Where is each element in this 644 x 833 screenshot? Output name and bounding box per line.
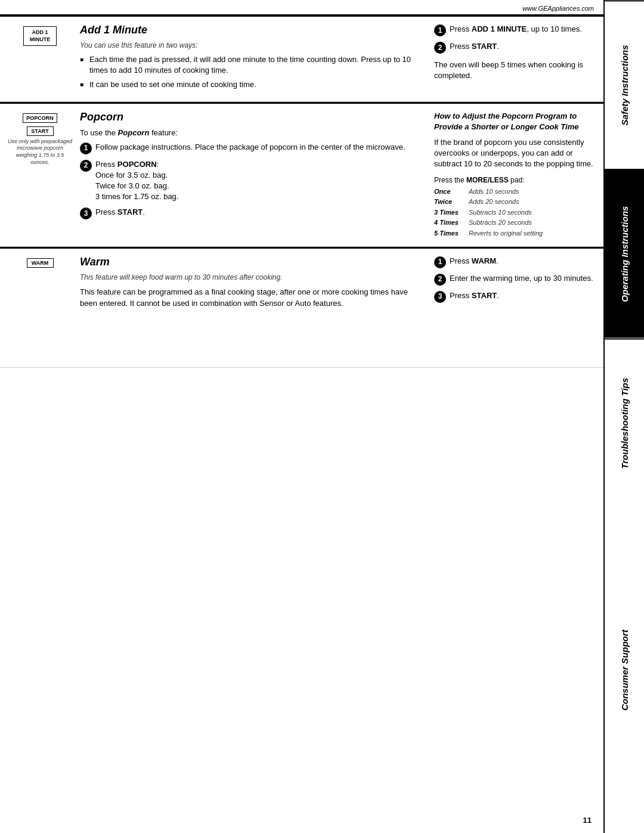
popcorn-intro: To use the Popcorn feature: bbox=[80, 128, 420, 137]
moreless-label-4: 4 Times bbox=[434, 218, 465, 228]
website-header: www.GEAppliances.com bbox=[0, 0, 603, 14]
add1minute-step2: 2 Press START. bbox=[434, 41, 594, 54]
popcorn-step1-content: Follow package instructions. Place the p… bbox=[95, 142, 420, 153]
popcorn-step2-content: Press POPCORN: Once for 3.5 oz. bag. Twi… bbox=[95, 159, 420, 203]
popcorn-step-num-1: 1 bbox=[80, 143, 92, 154]
popcorn-caption: Use only with prepackaged microwave popc… bbox=[7, 138, 73, 166]
popcorn-left-col: POPCORN START Use only with prepackaged … bbox=[7, 111, 73, 239]
moreless-bold: MORE/LESS bbox=[466, 176, 509, 184]
step1-content: Press ADD 1 MINUTE, up to 10 times. bbox=[450, 24, 594, 35]
step2-content: Press START. bbox=[450, 41, 594, 52]
warm-title: Warm bbox=[80, 256, 420, 268]
warm-step3: 3 Press START. bbox=[434, 290, 594, 303]
warm-right-col: 1 Press WARM. 2 Enter the warming time, … bbox=[427, 256, 594, 360]
step2-bold: START bbox=[472, 42, 497, 51]
warm-step-num-2: 2 bbox=[434, 274, 446, 286]
popcorn-button: POPCORN bbox=[23, 113, 57, 123]
step-num-2: 2 bbox=[434, 42, 446, 54]
warm-section: WARM Warm This feature will keep food wa… bbox=[0, 249, 603, 368]
moreless-value-1: Adds 10 seconds bbox=[469, 187, 519, 197]
beep-note: The oven will beep 5 times when cooking … bbox=[434, 60, 594, 81]
warm-body: This feature can be programmed as a fina… bbox=[80, 286, 420, 309]
add1minute-bullets: Each time the pad is pressed, it will ad… bbox=[80, 54, 420, 91]
popcorn-right-title: How to Adjust the Popcorn Program to Pro… bbox=[434, 111, 594, 132]
warm-step-num-3: 3 bbox=[434, 291, 446, 303]
popcorn-right-col: How to Adjust the Popcorn Program to Pro… bbox=[427, 111, 594, 239]
popcorn-step3-bold: START bbox=[117, 208, 143, 216]
popcorn-step3: 3 Press START. bbox=[80, 207, 420, 219]
sidebar-consumer-label: Consumer Support bbox=[620, 630, 630, 711]
moreless-row-1: Once Adds 10 seconds bbox=[434, 187, 594, 197]
moreless-label-1: Once bbox=[434, 187, 465, 197]
warm-step2-content: Enter the warming time, up to 30 minutes… bbox=[450, 273, 594, 284]
popcorn-step-num-2: 2 bbox=[80, 160, 92, 172]
add1minute-section: ADD 1MINUTE Add 1 Minute You can use thi… bbox=[0, 17, 603, 102]
moreless-row-4: 4 Times Subtracts 20 seconds bbox=[434, 218, 594, 228]
add1minute-step1: 1 Press ADD 1 MINUTE, up to 10 times. bbox=[434, 24, 594, 36]
warm-middle-col: Warm This feature will keep food warm up… bbox=[73, 256, 427, 360]
moreless-value-3: Subtracts 10 seconds bbox=[469, 208, 532, 218]
step1-bold: ADD 1 MINUTE bbox=[472, 24, 527, 33]
step-num-1: 1 bbox=[434, 24, 446, 36]
moreless-value-4: Subtracts 20 seconds bbox=[469, 218, 532, 228]
sidebar-safety: Safety Instructions bbox=[605, 0, 644, 169]
sidebar: Safety Instructions Operating Instructio… bbox=[603, 0, 644, 833]
moreless-value-5: Reverts to original setting bbox=[469, 228, 543, 239]
moreless-table: Once Adds 10 seconds Twice Adds 20 secon… bbox=[434, 187, 594, 239]
warm-bold: WARM bbox=[472, 256, 496, 265]
moreless-label-3: 3 Times bbox=[434, 208, 465, 218]
bullet-item: Each time the pad is pressed, it will ad… bbox=[80, 54, 420, 76]
add1minute-desc: You can use this feature in two ways: bbox=[80, 41, 420, 49]
popcorn-right-intro: If the brand of popcorn you use consiste… bbox=[434, 137, 594, 170]
bullet-item: It can be used to set one minute of cook… bbox=[80, 79, 420, 90]
start-button: START bbox=[27, 126, 54, 136]
add1minute-right-col: 1 Press ADD 1 MINUTE, up to 10 times. 2 … bbox=[427, 24, 594, 94]
warm-start-bold: START bbox=[472, 291, 497, 300]
add1minute-button: ADD 1MINUTE bbox=[23, 26, 57, 46]
sidebar-consumer: Consumer Support bbox=[605, 507, 644, 833]
warm-italic-desc: This feature will keep food warm up to 3… bbox=[80, 273, 420, 281]
popcorn-title: Popcorn bbox=[80, 111, 420, 123]
popcorn-step1: 1 Follow package instructions. Place the… bbox=[80, 142, 420, 154]
sidebar-troubleshooting: Troubleshooting Tips bbox=[605, 338, 644, 507]
moreless-value-2: Adds 20 seconds bbox=[469, 197, 519, 208]
moreless-label-2: Twice bbox=[434, 197, 465, 208]
sidebar-safety-label: Safety Instructions bbox=[620, 45, 630, 125]
moreless-row-2: Twice Adds 20 seconds bbox=[434, 197, 594, 208]
warm-step-num-1: 1 bbox=[434, 256, 446, 268]
add1minute-title: Add 1 Minute bbox=[80, 24, 420, 36]
moreless-row-5: 5 Times Reverts to original setting bbox=[434, 228, 594, 239]
popcorn-step3-content: Press START. bbox=[95, 207, 420, 218]
sidebar-troubleshooting-label: Troubleshooting Tips bbox=[620, 377, 630, 469]
popcorn-step2: 2 Press POPCORN: Once for 3.5 oz. bag. T… bbox=[80, 159, 420, 203]
warm-step3-content: Press START. bbox=[450, 290, 594, 301]
add1minute-middle-col: Add 1 Minute You can use this feature in… bbox=[73, 24, 427, 94]
popcorn-step-num-3: 3 bbox=[80, 208, 92, 219]
warm-button: WARM bbox=[27, 258, 54, 268]
popcorn-step2-bold: POPCORN bbox=[117, 160, 157, 169]
moreless-label-5: 5 Times bbox=[434, 228, 465, 239]
sidebar-operating-label: Operating Instructions bbox=[620, 206, 630, 302]
popcorn-bold: Popcorn bbox=[118, 128, 150, 137]
page-number: 11 bbox=[583, 816, 592, 825]
moreless-row-3: 3 Times Subtracts 10 seconds bbox=[434, 208, 594, 218]
warm-step1-content: Press WARM. bbox=[450, 256, 594, 267]
moreless-intro: Press the MORE/LESS pad: bbox=[434, 176, 594, 184]
warm-step2: 2 Enter the warming time, up to 30 minut… bbox=[434, 273, 594, 286]
warm-step1: 1 Press WARM. bbox=[434, 256, 594, 268]
popcorn-middle-col: Popcorn To use the Popcorn feature: 1 Fo… bbox=[73, 111, 427, 239]
add1minute-left-col: ADD 1MINUTE bbox=[7, 24, 73, 94]
popcorn-section: POPCORN START Use only with prepackaged … bbox=[0, 104, 603, 247]
warm-left-col: WARM bbox=[7, 256, 73, 360]
sidebar-operating: Operating Instructions bbox=[605, 169, 644, 337]
